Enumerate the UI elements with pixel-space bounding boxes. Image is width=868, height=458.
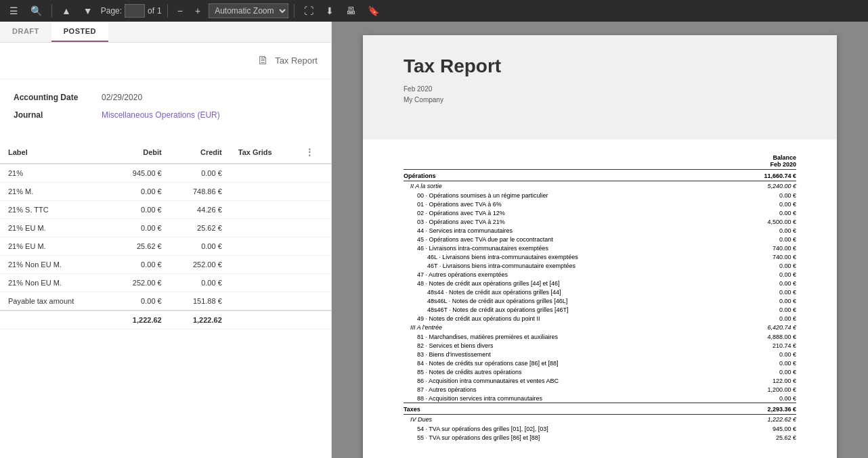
row-label: 21% M.: [0, 183, 110, 201]
row-menu: [297, 164, 331, 183]
report-title-left: Tax Report: [275, 55, 318, 66]
row-debit: 945.00 €: [110, 164, 170, 183]
pdf-row-54: 54 · TVA sur opérations des grilles [01]…: [404, 424, 796, 433]
row-label: 21% EU M.: [0, 237, 110, 256]
row-tax-grids: [230, 292, 297, 311]
pdf-dues-value: 1,222.62 €: [718, 415, 796, 425]
row-menu: [297, 274, 331, 292]
pdf-subtitle-line2: My Company: [404, 95, 796, 106]
pdf-row-02: 02 · Opérations avec TVA à 12% 0.00 €: [404, 208, 796, 217]
row-credit: 0.00 €: [170, 237, 230, 256]
totals-credit: 1,222.62: [170, 311, 230, 329]
pdf-row-48s46T: 48s46T · Notes de crédit aux opérations …: [404, 305, 796, 314]
pdf-sortie-label: II A la sortie: [404, 181, 718, 191]
zoom-in-button[interactable]: +: [191, 3, 204, 19]
page-label: Page:: [101, 6, 122, 16]
pdf-row-83: 83 · Biens d'investissement 0.00 €: [404, 350, 796, 359]
pdf-report-title: Tax Report: [404, 55, 796, 77]
row-credit: 44.26 €: [170, 201, 230, 219]
table-row: 21% Non EU M. 252.00 € 0.00 €: [0, 274, 331, 292]
col-menu-header: ⋮: [297, 141, 331, 164]
journal-value[interactable]: Miscellaneous Operations (EUR): [102, 110, 220, 120]
pdf-row-82: 82 · Services et biens divers 210.74 €: [404, 341, 796, 350]
pdf-operations-value: 11,660.74 €: [718, 170, 796, 181]
pdf-subsection-entree: III A l'entrée 6,420.74 €: [404, 323, 796, 332]
pdf-row-88: 88 · Acquisition services intra communau…: [404, 394, 796, 403]
print-button[interactable]: 🖶: [342, 3, 360, 19]
row-tax-grids: [230, 237, 297, 256]
zoom-out-button[interactable]: −: [173, 3, 187, 19]
pdf-row-47: 47 · Autres opérations exemptées 0.00 €: [404, 270, 796, 279]
pdf-dues-label: IV Dues: [404, 415, 718, 425]
tab-posted[interactable]: POSTED: [51, 22, 108, 42]
fullscreen-button[interactable]: ⛶: [300, 3, 318, 19]
report-icon-label: 🗎 Tax Report: [257, 53, 318, 68]
row-tax-grids: [230, 201, 297, 219]
col-credit: Credit: [170, 141, 230, 164]
pdf-row-48s44: 48s44 · Notes de crédit aux opérations g…: [404, 288, 796, 296]
row-tax-grids: [230, 183, 297, 201]
pdf-row-81: 81 · Marchandises, matières premières et…: [404, 332, 796, 341]
journal-row: Journal Miscellaneous Operations (EUR): [14, 110, 318, 120]
journal-label: Journal: [14, 110, 102, 120]
table-row: 21% Non EU M. 0.00 € 252.00 €: [0, 256, 331, 274]
row-credit: 0.00 €: [170, 274, 230, 292]
row-tax-grids: [230, 164, 297, 183]
row-menu: [297, 183, 331, 201]
col-label: Label: [0, 141, 110, 164]
totals-debit: 1,222.62: [110, 311, 170, 329]
page-number-input[interactable]: 1: [125, 4, 145, 18]
pdf-row-85: 85 · Notes de crédits autres opérations …: [404, 367, 796, 376]
toolbar-separator-2: [167, 4, 168, 18]
search-button[interactable]: 🔍: [26, 3, 46, 19]
next-page-button[interactable]: ▼: [79, 3, 97, 19]
col-tax-grids: Tax Grids: [230, 141, 297, 164]
toggle-sidebar-button[interactable]: ☰: [5, 3, 22, 19]
row-label: 21% S. TTC: [0, 201, 110, 219]
prev-page-button[interactable]: ▲: [58, 3, 75, 19]
pdf-col-label: [404, 153, 718, 170]
row-menu: [297, 201, 331, 219]
pdf-row-00: 00 · Opérations soumises à un régime par…: [404, 191, 796, 200]
table-row: 21% EU M. 0.00 € 25.62 €: [0, 219, 331, 237]
pdf-col-balance: Balance Feb 2020: [718, 153, 796, 170]
row-label: 21% EU M.: [0, 219, 110, 237]
row-debit: 0.00 €: [110, 292, 170, 311]
pdf-section-taxes: Taxes 2,293.36 €: [404, 403, 796, 415]
zoom-select[interactable]: Automatic Zoom 50% 75% 100% 125% 150%: [209, 3, 288, 18]
page-control: Page: 1 of 1: [101, 4, 162, 18]
pdf-row-46L: 46L · Livraisons biens intra-communautai…: [404, 252, 796, 261]
right-panel: Tax Report Feb 2020 My Company Balance F: [332, 22, 868, 458]
report-header-left: 🗎 Tax Report: [0, 43, 331, 79]
toolbar-separator-1: [51, 4, 52, 18]
accounting-date-row: Accounting Date 02/29/2020: [14, 93, 318, 102]
table-row: 21% S. TTC 0.00 € 44.26 €: [0, 201, 331, 219]
row-debit: 252.00 €: [110, 274, 170, 292]
row-debit: 25.62 €: [110, 237, 170, 256]
pdf-viewport[interactable]: Tax Report Feb 2020 My Company Balance F: [332, 22, 868, 458]
page-total: 1: [157, 6, 162, 16]
column-options-icon[interactable]: ⋮: [305, 147, 314, 158]
row-debit: 0.00 €: [110, 256, 170, 274]
row-tax-grids: [230, 219, 297, 237]
pdf-row-84: 84 · Notes de crédits sur opérations cas…: [404, 359, 796, 367]
pdf-sortie-value: 5,240.00 €: [718, 181, 796, 191]
table-row: 21% 945.00 € 0.00 €: [0, 164, 331, 183]
row-credit: 0.00 €: [170, 164, 230, 183]
row-tax-grids: [230, 274, 297, 292]
row-label: 21%: [0, 164, 110, 183]
row-credit: 151.88 €: [170, 292, 230, 311]
pdf-entree-label: III A l'entrée: [404, 323, 718, 332]
toolbar-separator-3: [294, 4, 295, 18]
tab-draft[interactable]: DRAFT: [0, 22, 51, 42]
pdf-taxes-label: Taxes: [404, 403, 718, 415]
pdf-subtitle: Feb 2020 My Company: [404, 84, 796, 106]
pdf-operations-label: Opérations: [404, 170, 718, 181]
left-panel: DRAFT POSTED 🗎 Tax Report Accounting Dat…: [0, 22, 332, 458]
download-button[interactable]: ⬇: [322, 3, 338, 19]
totals-row: 1,222.62 1,222.62: [0, 311, 331, 329]
bookmark-button[interactable]: 🔖: [364, 3, 383, 19]
info-section: Accounting Date 02/29/2020 Journal Misce…: [0, 79, 331, 141]
pdf-page: Tax Report Feb 2020 My Company Balance F: [363, 35, 837, 458]
pdf-row-87: 87 · Autres opérations 1,200.00 €: [404, 385, 796, 394]
